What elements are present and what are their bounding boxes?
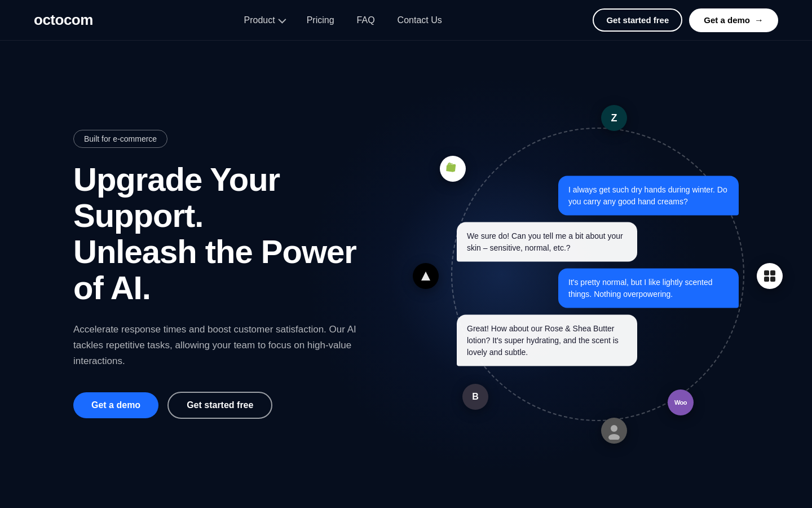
hero-get-demo-button[interactable]: Get a demo <box>73 392 158 418</box>
nav-item-faq[interactable]: FAQ <box>357 15 375 25</box>
nav-item-product[interactable]: Product <box>244 15 284 25</box>
hero-get-started-button[interactable]: Get started free <box>167 392 272 419</box>
chat-message-1: I always get such dry hands during winte… <box>457 176 739 216</box>
svg-rect-2 <box>764 270 769 275</box>
bot-bubble-2: Great! How about our Rose & Shea Butter … <box>457 315 637 366</box>
nav-item-contact[interactable]: Contact Us <box>398 15 442 25</box>
hero-section: Built for e-commerce Upgrade Your Suppor… <box>0 41 812 508</box>
svg-point-7 <box>608 434 620 440</box>
chat-area: I always get such dry hands during winte… <box>457 176 739 373</box>
bigcommerce-icon: B <box>462 384 488 410</box>
nav-buttons: Get started free Get a demo → <box>593 8 778 32</box>
nav-link-pricing[interactable]: Pricing <box>307 15 334 25</box>
hero-badge: Built for e-commerce <box>73 130 167 148</box>
svg-rect-4 <box>764 277 769 282</box>
chat-message-2: We sure do! Can you tell me a bit about … <box>457 222 739 262</box>
freshdesk-icon <box>413 263 439 289</box>
hero-visual: I always get such dry hands during winte… <box>417 94 778 455</box>
zendesk-icon: Z <box>601 105 627 131</box>
arrow-right-icon: → <box>754 15 764 25</box>
hero-title: Upgrade Your Support. Unleash the Power … <box>73 161 372 305</box>
avatar-icon <box>601 418 627 444</box>
navbar: octocom Product Pricing FAQ Contact Us G… <box>0 0 812 41</box>
nav-link-faq[interactable]: FAQ <box>357 15 375 25</box>
logo[interactable]: octocom <box>34 11 93 29</box>
square-pos-icon <box>757 263 783 289</box>
chat-message-4: Great! How about our Rose & Shea Butter … <box>457 315 739 366</box>
get-started-button[interactable]: Get started free <box>593 8 682 32</box>
nav-item-pricing[interactable]: Pricing <box>307 15 334 25</box>
chevron-down-icon <box>278 15 286 23</box>
svg-point-6 <box>611 425 617 432</box>
shopify-icon <box>440 156 466 182</box>
svg-rect-5 <box>770 277 775 282</box>
get-demo-button[interactable]: Get a demo → <box>689 8 778 32</box>
nav-links: Product Pricing FAQ Contact Us <box>244 15 442 25</box>
woocommerce-icon: Woo <box>668 389 694 415</box>
hero-content: Built for e-commerce Upgrade Your Suppor… <box>0 130 372 418</box>
hero-description: Accelerate response times and boost cust… <box>73 322 367 369</box>
svg-rect-3 <box>770 270 775 275</box>
hero-buttons: Get a demo Get started free <box>73 392 372 419</box>
nav-link-contact[interactable]: Contact Us <box>398 15 442 25</box>
nav-link-product[interactable]: Product <box>244 15 284 25</box>
bot-bubble-1: We sure do! Can you tell me a bit about … <box>457 222 637 262</box>
user-bubble-1: I always get such dry hands during winte… <box>558 176 739 216</box>
user-bubble-2: It's pretty normal, but I like lightly s… <box>558 269 739 308</box>
chat-message-3: It's pretty normal, but I like lightly s… <box>457 269 739 308</box>
